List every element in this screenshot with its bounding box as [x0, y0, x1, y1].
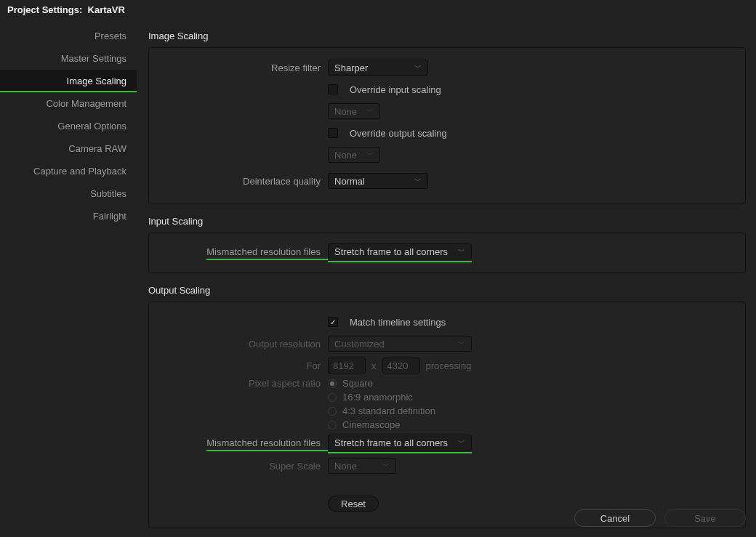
sidebar-item-fairlight[interactable]: Fairlight: [0, 205, 137, 227]
select-super-scale: None ﹀: [328, 458, 396, 474]
title-project: KartaVR: [88, 4, 125, 15]
sidebar-item-presets[interactable]: Presets: [0, 25, 137, 47]
radio-dot-icon: [328, 407, 337, 416]
label-resize-filter: Resize filter: [156, 62, 328, 73]
chevron-down-icon: ﹀: [366, 150, 374, 160]
select-resize-filter[interactable]: Sharper ﹀: [328, 60, 428, 76]
select-override-input-value: None ﹀: [328, 103, 380, 119]
sidebar-item-master-settings[interactable]: Master Settings: [0, 47, 137, 70]
label-output-mismatched: Mismatched resolution files: [206, 437, 321, 448]
window-title: Project Settings: KartaVR: [0, 0, 756, 20]
dialog-footer: Cancel Save: [574, 509, 746, 527]
select-output-resolution: Customized ﹀: [328, 336, 472, 352]
radio-par-4-3: 4:3 standard definition: [328, 405, 435, 416]
label-pixel-aspect-ratio: Pixel aspect ratio: [156, 378, 328, 389]
sidebar-item-image-scaling[interactable]: Image Scaling: [0, 70, 137, 92]
select-override-output-value: None ﹀: [328, 147, 380, 163]
section-heading-input-scaling: Input Scaling: [148, 216, 746, 227]
checkbox-override-output[interactable]: [328, 128, 338, 138]
sidebar-item-general-options[interactable]: General Options: [0, 115, 137, 137]
field-output-height: 4320: [382, 358, 420, 374]
radio-dot-icon: [328, 379, 337, 388]
chevron-down-icon: ﹀: [414, 62, 422, 73]
panel-input-scaling: Mismatched resolution files Stretch fram…: [148, 233, 746, 273]
radio-group-par: Square 16:9 anamorphic 4:3 standard defi…: [328, 378, 435, 430]
label-input-mismatched: Mismatched resolution files: [206, 246, 321, 257]
checkbox-match-timeline[interactable]: [328, 317, 338, 327]
label-processing: processing: [426, 360, 472, 371]
title-prefix: Project Settings:: [7, 4, 82, 15]
cancel-button[interactable]: Cancel: [574, 509, 656, 527]
label-for: For: [156, 360, 328, 371]
chevron-down-icon: ﹀: [382, 461, 390, 471]
chevron-down-icon: ﹀: [458, 339, 465, 349]
radio-par-cinemascope: Cinemascope: [328, 419, 435, 430]
select-input-mismatched[interactable]: Stretch frame to all corners ﹀: [328, 243, 472, 259]
save-button[interactable]: Save: [664, 509, 746, 527]
label-output-resolution: Output resolution: [156, 339, 328, 350]
label-deinterlace: Deinterlace quality: [156, 176, 328, 187]
select-output-mismatched[interactable]: Stretch frame to all corners ﹀: [328, 435, 472, 451]
select-deinterlace[interactable]: Normal ﹀: [328, 173, 428, 189]
main-content: Image Scaling Resize filter Sharper ﹀ Ov…: [137, 20, 756, 537]
reset-button[interactable]: Reset: [328, 496, 379, 512]
sidebar-item-capture-playback[interactable]: Capture and Playback: [0, 160, 137, 182]
label-override-input: Override input scaling: [350, 84, 441, 95]
label-super-scale: Super Scale: [156, 461, 328, 472]
sidebar-item-camera-raw[interactable]: Camera RAW: [0, 137, 137, 160]
field-output-width: 8192: [328, 358, 366, 374]
radio-dot-icon: [328, 393, 337, 402]
panel-output-scaling: Match timeline settings Output resolutio…: [148, 302, 746, 528]
radio-dot-icon: [328, 421, 337, 429]
checkbox-override-input[interactable]: [328, 84, 338, 94]
section-heading-output-scaling: Output Scaling: [148, 285, 746, 296]
label-match-timeline: Match timeline settings: [350, 317, 446, 328]
chevron-down-icon: ﹀: [458, 437, 465, 448]
chevron-down-icon: ﹀: [414, 176, 422, 186]
sidebar-item-color-management[interactable]: Color Management: [0, 92, 137, 115]
radio-par-square: Square: [328, 378, 435, 389]
chevron-down-icon: ﹀: [366, 106, 374, 116]
sidebar-item-subtitles[interactable]: Subtitles: [0, 182, 137, 205]
chevron-down-icon: ﹀: [458, 246, 465, 257]
sidebar: Presets Master Settings Image Scaling Co…: [0, 20, 137, 537]
section-heading-image-scaling: Image Scaling: [148, 31, 746, 41]
radio-par-16-9: 16:9 anamorphic: [328, 392, 435, 403]
label-override-output: Override output scaling: [350, 128, 447, 139]
panel-image-scaling: Resize filter Sharper ﹀ Override input s…: [148, 47, 746, 204]
